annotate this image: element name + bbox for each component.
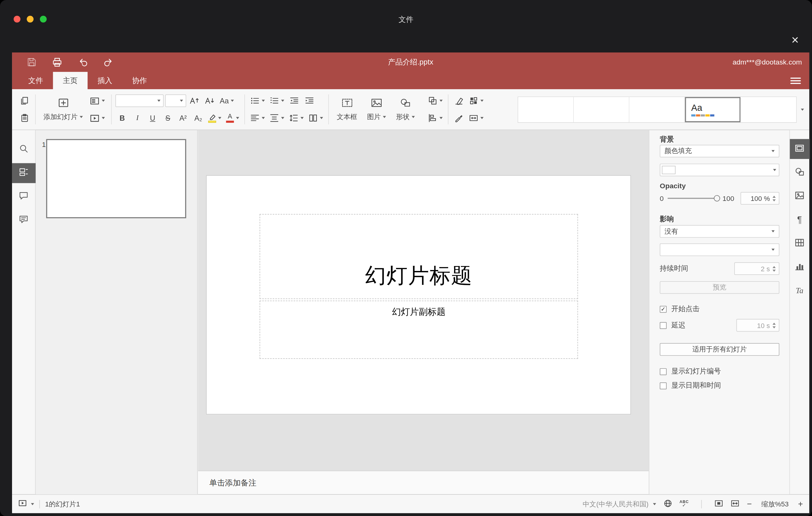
start-on-click-checkbox[interactable]: 开始点击: [660, 304, 780, 314]
theme-thumbnail[interactable]: [741, 97, 796, 122]
insert-columns-button[interactable]: [307, 111, 325, 125]
chart-settings-icon: [795, 261, 805, 273]
insert-image-button[interactable]: 图片: [363, 89, 390, 130]
zoom-in-button[interactable]: +: [798, 499, 803, 509]
fill-color-picker[interactable]: [660, 164, 780, 176]
chevron-down-icon: [262, 117, 265, 119]
align-shape-button[interactable]: [426, 111, 444, 125]
spin-up-icon[interactable]: [773, 195, 776, 198]
superscript-button[interactable]: A²: [176, 111, 190, 125]
show-date-time-checkbox[interactable]: 显示日期和时间: [660, 381, 780, 391]
shape-settings-tab[interactable]: [789, 163, 810, 183]
tab-insert[interactable]: 插入: [88, 72, 122, 89]
spin-down-icon[interactable]: [773, 199, 776, 201]
highlight-color-button[interactable]: [207, 111, 223, 125]
zoom-level: 缩放%53: [759, 499, 791, 509]
spin-down-icon[interactable]: [773, 269, 776, 271]
spellcheck-button[interactable]: ABC ✓: [679, 500, 689, 508]
horizontal-align-button[interactable]: [249, 111, 266, 125]
chart-settings-tab[interactable]: [789, 257, 810, 277]
chevron-down-icon: [231, 100, 234, 102]
opacity-slider-knob[interactable]: [714, 195, 720, 201]
italic-button[interactable]: I: [130, 111, 144, 125]
copy-icon[interactable]: [18, 94, 31, 107]
subscript-button[interactable]: A₂: [192, 111, 205, 125]
copy-style-button[interactable]: [452, 111, 466, 125]
theme-thumbnail[interactable]: [629, 97, 685, 122]
chevron-down-icon: [180, 100, 183, 102]
transition-variant-select[interactable]: [660, 243, 780, 256]
zoom-out-button[interactable]: −: [747, 499, 752, 509]
change-case-button[interactable]: Aa: [218, 94, 235, 107]
close-dialog-icon[interactable]: ×: [787, 31, 803, 48]
increase-font-size-button[interactable]: [188, 94, 201, 107]
language-selector[interactable]: 中文(中华人民共和国): [583, 499, 656, 509]
tab-collaboration[interactable]: 协作: [122, 72, 157, 89]
comments-panel-button[interactable]: [12, 187, 35, 207]
tab-file[interactable]: 文件: [19, 72, 53, 89]
theme-thumbnail[interactable]: [518, 97, 574, 122]
slide-size-button[interactable]: [467, 111, 485, 125]
show-slide-number-checkbox[interactable]: 显示幻灯片编号: [660, 367, 780, 376]
vertical-align-button[interactable]: [268, 111, 286, 125]
background-fill-select[interactable]: 颜色填充: [660, 145, 780, 157]
paste-icon[interactable]: [18, 111, 31, 125]
decrease-indent-button[interactable]: [288, 94, 301, 107]
slide[interactable]: 幻灯片标题 幻灯片副标题: [207, 176, 631, 414]
slide-title-placeholder[interactable]: 幻灯片标题: [260, 214, 578, 299]
decrease-font-size-button[interactable]: [203, 94, 216, 107]
clear-style-button[interactable]: [452, 94, 466, 107]
theme-thumbnail[interactable]: [574, 97, 629, 122]
bold-button[interactable]: B: [115, 111, 129, 125]
font-size-combo[interactable]: [165, 94, 186, 107]
insert-shape-button[interactable]: 形状: [392, 89, 419, 130]
spin-down-icon[interactable]: [773, 326, 776, 328]
table-settings-tab[interactable]: [789, 234, 810, 254]
notes-area[interactable]: 单击添加备注: [198, 470, 649, 494]
spin-up-icon[interactable]: [773, 322, 776, 325]
tab-home[interactable]: 主页: [53, 72, 88, 89]
fit-slide-button[interactable]: [715, 499, 723, 509]
document-language-button[interactable]: [663, 499, 672, 509]
image-settings-icon: [795, 191, 805, 202]
chat-panel-button[interactable]: [12, 210, 35, 231]
numbered-list-button[interactable]: [268, 94, 286, 107]
textart-settings-tab[interactable]: Ta: [789, 281, 810, 301]
slide-canvas[interactable]: 幻灯片标题 幻灯片副标题: [198, 130, 649, 470]
apply-to-all-slides-button[interactable]: 适用于所有幻灯片: [660, 343, 780, 356]
strikethrough-button[interactable]: S: [161, 111, 175, 125]
slide-settings-tab[interactable]: [789, 139, 810, 159]
font-color-button[interactable]: A: [225, 111, 241, 125]
search-panel-button[interactable]: [12, 140, 35, 160]
preview-button[interactable]: 预览: [660, 281, 780, 294]
theme-gallery-expand-icon[interactable]: [801, 108, 804, 111]
slide-subtitle-placeholder[interactable]: 幻灯片副标题: [260, 300, 578, 359]
underline-button[interactable]: U: [146, 111, 160, 125]
line-spacing-button[interactable]: [288, 111, 306, 125]
slides-panel-button[interactable]: [12, 163, 35, 183]
hamburger-menu-icon[interactable]: [790, 76, 801, 86]
color-scheme-button[interactable]: [467, 94, 485, 107]
delay-checkbox[interactable]: 延迟: [660, 321, 686, 330]
arrange-shape-button[interactable]: [426, 94, 444, 107]
font-name-combo[interactable]: [115, 94, 164, 107]
fit-width-button[interactable]: [731, 499, 740, 509]
spin-up-icon[interactable]: [773, 266, 776, 268]
start-slideshow-status-button[interactable]: [19, 499, 34, 509]
opacity-spinner[interactable]: 100 %: [741, 192, 779, 205]
transition-effect-select[interactable]: 没有: [660, 225, 780, 238]
duration-spinner[interactable]: 2 s: [734, 262, 779, 275]
delay-spinner[interactable]: 10 s: [736, 319, 779, 332]
theme-thumbnail-selected[interactable]: Aa: [685, 97, 741, 122]
add-slide-button[interactable]: 添加幻灯片: [39, 89, 87, 130]
paragraph-settings-tab[interactable]: ¶: [789, 210, 810, 230]
bullet-list-button[interactable]: [249, 94, 266, 107]
increase-indent-button[interactable]: [303, 94, 316, 107]
highlight-color-icon: [208, 114, 216, 122]
start-slideshow-button[interactable]: [88, 111, 107, 125]
change-slide-layout-button[interactable]: [88, 94, 107, 107]
slide-thumbnail-selected[interactable]: [46, 139, 186, 219]
image-settings-tab[interactable]: [789, 187, 810, 206]
insert-textbox-button[interactable]: 文本框: [332, 89, 361, 130]
opacity-slider[interactable]: [667, 198, 719, 199]
